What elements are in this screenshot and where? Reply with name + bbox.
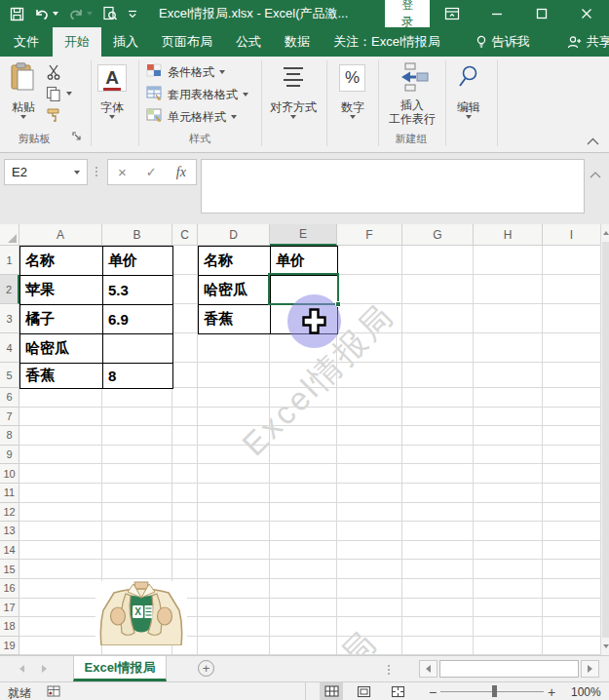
column-header-D[interactable]: D [198, 224, 270, 246]
horizontal-scrollbar-thumb[interactable] [439, 660, 579, 678]
tab-tell-me[interactable]: 告诉我 [464, 27, 542, 57]
row-header-15[interactable]: 15 [0, 560, 19, 579]
number-dropdown-icon[interactable] [350, 115, 356, 119]
paste-label[interactable]: 粘贴 [4, 99, 43, 116]
row-header-19[interactable]: 19 [0, 637, 19, 655]
row-header-5[interactable]: 5 [0, 363, 19, 388]
edit-search-icon[interactable] [457, 64, 480, 93]
copy-icon[interactable] [46, 86, 61, 104]
row-header-10[interactable]: 10 [0, 464, 19, 484]
cut-icon[interactable] [46, 64, 62, 83]
vertical-scrollbar[interactable] [600, 224, 609, 655]
conditional-formatting-button[interactable]: 条件格式 [146, 63, 225, 81]
insert-row-label-line2[interactable]: 工作表行 [384, 111, 440, 128]
alignment-label[interactable]: 对齐方式 [263, 99, 324, 116]
paste-dropdown-icon[interactable] [20, 115, 26, 119]
row-header-13[interactable]: 13 [0, 522, 19, 541]
scroll-right-icon[interactable] [581, 660, 599, 678]
cell-A2[interactable]: 苹果 [20, 276, 103, 305]
scroll-up-icon[interactable] [601, 225, 609, 241]
normal-view-button[interactable] [320, 682, 343, 700]
vertical-scrollbar-thumb[interactable] [602, 242, 609, 638]
tab-share[interactable]: 共享 [555, 27, 609, 57]
row-header-1[interactable]: 1 [0, 246, 19, 275]
cell-D2[interactable]: 哈密瓜 [199, 276, 271, 305]
edit-label[interactable]: 编辑 [446, 99, 491, 116]
row-header-6[interactable]: 6 [0, 388, 19, 408]
name-box[interactable]: E2 [4, 159, 88, 185]
column-header-B[interactable]: B [102, 224, 172, 246]
row-header-2[interactable]: 2 [0, 275, 19, 304]
column-header-H[interactable]: H [474, 224, 543, 246]
row-header-7[interactable]: 7 [0, 408, 19, 427]
cell-B3[interactable]: 6.9 [103, 305, 173, 334]
font-dropdown-icon[interactable] [109, 115, 115, 119]
zoom-slider-handle[interactable] [492, 685, 497, 697]
undo-button[interactable] [34, 7, 58, 20]
maximize-button[interactable] [519, 0, 564, 27]
save-icon[interactable] [10, 7, 24, 21]
cancel-icon[interactable]: × [118, 164, 127, 180]
formula-input[interactable] [201, 159, 585, 214]
next-sheet-icon[interactable] [42, 665, 47, 673]
new-sheet-button[interactable]: + [198, 660, 214, 677]
page-layout-view-button[interactable] [352, 682, 375, 700]
insert-worksheet-row-icon[interactable] [396, 62, 429, 95]
cell-E1[interactable]: 单价 [271, 247, 338, 276]
collapse-ribbon-icon[interactable] [587, 135, 599, 148]
undo-dropdown-icon[interactable] [53, 12, 58, 16]
font-label[interactable]: 字体 [90, 99, 134, 116]
row-header-9[interactable]: 9 [0, 446, 19, 465]
collapse-formula-bar-icon[interactable] [590, 165, 601, 182]
cell-styles-button[interactable]: 单元格样式 [146, 108, 237, 126]
cell-A3[interactable]: 橘子 [20, 305, 103, 334]
paste-icon[interactable] [10, 62, 36, 95]
row-header-12[interactable]: 12 [0, 503, 19, 523]
sheet-tab-active[interactable]: Excel情报局 [73, 656, 167, 681]
spreadsheet-grid[interactable]: Excel情报局 Excel情报局 ABCDEFGHI1234567891011… [0, 224, 609, 655]
cell-B2[interactable]: 5.3 [103, 276, 173, 305]
row-header-17[interactable]: 17 [0, 599, 19, 618]
column-header-E[interactable]: E [270, 224, 337, 246]
number-format-icon[interactable]: % [339, 64, 365, 92]
tab-file[interactable]: 文件 [0, 27, 53, 57]
tab-data[interactable]: 数据 [273, 27, 322, 57]
row-header-3[interactable]: 3 [0, 304, 19, 333]
edit-dropdown-icon[interactable] [466, 115, 472, 119]
tab-home[interactable]: 开始 [53, 27, 101, 57]
horizontal-scrollbar[interactable] [419, 660, 599, 678]
cell-A4[interactable]: 哈密瓜 [20, 334, 103, 364]
scroll-down-icon[interactable] [601, 639, 609, 654]
close-button[interactable] [564, 0, 609, 27]
tab-formulas[interactable]: 公式 [224, 27, 273, 57]
column-header-G[interactable]: G [402, 224, 474, 246]
row-header-8[interactable]: 8 [0, 426, 19, 446]
row-header-18[interactable]: 18 [0, 617, 19, 637]
number-label[interactable]: 数字 [334, 99, 371, 116]
cell-B1[interactable]: 单价 [103, 247, 173, 276]
previous-sheet-icon[interactable] [19, 665, 24, 673]
print-preview-icon[interactable] [102, 6, 118, 21]
row-header-14[interactable]: 14 [0, 541, 19, 561]
row-header-16[interactable]: 16 [0, 579, 19, 599]
cell-B4[interactable] [103, 334, 173, 364]
zoom-in-button[interactable]: + [548, 684, 555, 700]
cell-A5[interactable]: 香蕉 [20, 364, 103, 389]
zoom-out-button[interactable]: − [429, 684, 437, 700]
tab-page-layout[interactable]: 页面布局 [150, 27, 224, 57]
tab-insert[interactable]: 插入 [101, 27, 150, 57]
name-box-dropdown-icon[interactable] [74, 171, 80, 175]
cell-D1[interactable]: 名称 [199, 247, 271, 276]
cell-D3[interactable]: 香蕉 [199, 305, 271, 334]
font-icon[interactable]: A [97, 64, 127, 92]
copy-dropdown-icon[interactable] [66, 92, 72, 96]
row-header-4[interactable]: 4 [0, 333, 19, 363]
cell-B5[interactable]: 8 [103, 364, 173, 389]
select-all-button[interactable] [0, 224, 19, 246]
minimize-button[interactable] [475, 0, 519, 27]
column-header-I[interactable]: I [543, 224, 601, 246]
format-as-table-button[interactable]: 套用表格格式 [146, 86, 248, 103]
page-break-view-button[interactable] [386, 682, 409, 700]
column-header-F[interactable]: F [337, 224, 402, 246]
tab-follow[interactable]: 关注：Excel情报局 [322, 27, 452, 57]
